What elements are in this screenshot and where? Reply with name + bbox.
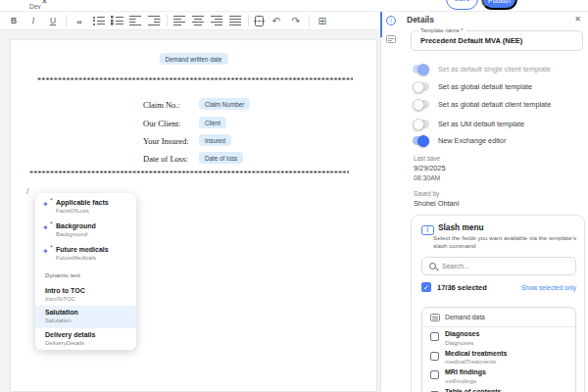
popup-item-salutation[interactable]: Salutation Salutation: [35, 306, 136, 328]
asterisk-separator: ****************************************…: [29, 170, 349, 178]
indent-button[interactable]: [148, 15, 161, 26]
saved-by-label: Saved by: [414, 190, 439, 197]
merge-field-chip-demand-written-date[interactable]: Demand written date: [159, 53, 227, 65]
doc-field-row: Claim No.: Claim Number: [11, 98, 376, 112]
select-all-checkbox[interactable]: ✓: [421, 282, 431, 292]
doc-field-row: Our Client: Client: [11, 117, 376, 130]
insert-table-button[interactable]: ⊞: [316, 14, 329, 28]
ai-sparkle-icon: ✦✦: [42, 245, 55, 258]
popup-section-label: Dynamic text: [45, 271, 80, 278]
selected-count: 17/36 selected: [437, 283, 487, 292]
popup-item-label: Background: [56, 222, 96, 229]
popup-item-background[interactable]: ✦✦ Background Background: [35, 222, 136, 244]
popup-item-future-medicals[interactable]: ✦✦ Future medicals FutureMedicals: [35, 246, 136, 268]
toggle-row-new-exchange-editor: New Exchange editor: [413, 135, 506, 146]
field-label: Date of Loss:: [143, 154, 188, 164]
slash-menu-description: Select the fields you want available via…: [433, 234, 580, 250]
align-center-button[interactable]: [192, 15, 205, 26]
toolbar-divider: [309, 15, 310, 26]
merge-field-chip-claim-number[interactable]: Claim Number: [199, 98, 250, 110]
merge-field-chip-insured[interactable]: Insured: [199, 134, 231, 146]
template-name-value: Precedent Default MVA (NEE): [420, 31, 522, 51]
align-right-button[interactable]: [211, 15, 223, 26]
editor-canvas: Demand written date ********************…: [0, 30, 381, 392]
toggle-switch[interactable]: [413, 65, 429, 74]
template-name-field[interactable]: Template name * Precedent Default MVA (N…: [411, 30, 583, 51]
demand-data-icon: [430, 314, 440, 321]
search-input[interactable]: [442, 258, 569, 274]
field-checkbox[interactable]: [430, 352, 439, 361]
justify-button[interactable]: [229, 15, 242, 26]
last-save-time: 08:30AM: [414, 174, 440, 181]
field-item-code: mriFindings: [445, 377, 476, 384]
toggle-label: New Exchange editor: [438, 136, 506, 145]
toggle-row-global-default-client: Set as global default client template: [413, 99, 551, 110]
save-button[interactable]: Save: [446, 0, 478, 10]
merge-field-chip-date-of-loss[interactable]: Date of loss: [199, 152, 243, 164]
saved-by-value: Shohei Ohtani: [414, 199, 459, 208]
field-checkbox[interactable]: [430, 370, 439, 379]
ai-sparkle-icon: ✦✦: [42, 221, 55, 234]
panel-title: Details: [407, 15, 434, 24]
slash-command-character: /: [26, 186, 29, 196]
show-selected-only-link[interactable]: Show selected only: [521, 284, 576, 291]
align-left-button[interactable]: [173, 15, 186, 26]
field-label: Claim No.:: [143, 100, 180, 110]
info-tab-icon[interactable]: i: [386, 16, 396, 25]
field-label: Your Insured:: [143, 136, 189, 146]
merge-field-chip-client[interactable]: Client: [199, 117, 226, 128]
field-item-code: Diagnoses: [445, 339, 473, 346]
document-close-icon[interactable]: ✕: [41, 0, 48, 6]
field-item-diagnoses[interactable]: Diagnoses Diagnoses: [422, 330, 575, 349]
field-item-label: Medical treatments: [445, 350, 507, 357]
group-divider: [422, 326, 575, 327]
toggle-switch[interactable]: [413, 136, 429, 145]
slash-menu-title: Slash menu: [438, 222, 484, 232]
toggle-row-global-default: Set as global default template: [413, 81, 532, 92]
field-item-label: Table of contents: [445, 388, 501, 392]
blockquote-button[interactable]: “: [73, 14, 86, 28]
toggle-label: Set as global default template: [438, 82, 532, 91]
toggle-switch[interactable]: [413, 82, 429, 91]
toolbar-divider: [167, 15, 168, 26]
ordered-list-button[interactable]: [111, 15, 123, 26]
app-window: ✕ Dev Save Publish B I U “ ↶ ↷ ⊞ Demand …: [0, 0, 588, 392]
bold-button[interactable]: B: [7, 14, 21, 28]
toggle-row-um-default: Set as UM default template: [413, 119, 524, 129]
slash-menu-search[interactable]: [421, 257, 576, 275]
undo-button[interactable]: ↶: [270, 14, 283, 28]
bullet-list-button[interactable]: [92, 15, 105, 26]
outdent-button[interactable]: [129, 15, 142, 26]
italic-button[interactable]: I: [26, 14, 40, 28]
field-item-label: MRI findings: [445, 368, 486, 375]
details-panel: i Details ✕ Template name * Precedent De…: [380, 12, 588, 392]
popup-item-label: Delivery details: [45, 331, 95, 338]
toggle-switch[interactable]: [413, 100, 429, 109]
asterisk-separator: ****************************************…: [37, 76, 353, 85]
toolbar-divider: [66, 15, 67, 26]
field-checkbox[interactable]: [430, 332, 439, 341]
field-item-mri-findings[interactable]: MRI findings mriFindings: [422, 368, 575, 387]
popup-item-label: Future medicals: [56, 246, 109, 253]
popup-item-code: IntroToTOC: [45, 296, 75, 302]
field-item-table-of-contents[interactable]: Table of contents: [422, 388, 575, 392]
field-item-label: Diagnoses: [445, 330, 479, 337]
panel-active-accent: [380, 12, 382, 37]
field-item-medical-treatments[interactable]: Medical treatments medicalTreatments: [422, 350, 575, 368]
page-break-button[interactable]: [255, 16, 264, 26]
doc-field-row: Date of Loss: Date of loss: [11, 152, 376, 166]
popup-item-applicable-facts[interactable]: ✦✦ Applicable facts FactsOfLoss: [35, 199, 136, 220]
underline-button[interactable]: U: [46, 14, 60, 28]
redo-button[interactable]: ↷: [289, 14, 303, 28]
popup-item-code: FutureMedicals: [56, 255, 96, 261]
publish-button[interactable]: Publish: [481, 0, 517, 10]
toggle-switch[interactable]: [413, 120, 429, 128]
popup-item-intro-to-toc[interactable]: Intro to TOC IntroToTOC: [35, 287, 136, 307]
popup-item-code: DeliveryDetails: [45, 340, 84, 346]
popup-item-delivery-details[interactable]: Delivery details DeliveryDetails: [35, 331, 136, 350]
template-tab-icon[interactable]: [386, 35, 396, 43]
search-icon: [429, 263, 438, 271]
toolbar-divider: [248, 15, 249, 26]
demand-data-group: Demand data Diagnoses Diagnoses Medical …: [421, 307, 576, 392]
panel-close-icon[interactable]: ✕: [574, 15, 581, 24]
